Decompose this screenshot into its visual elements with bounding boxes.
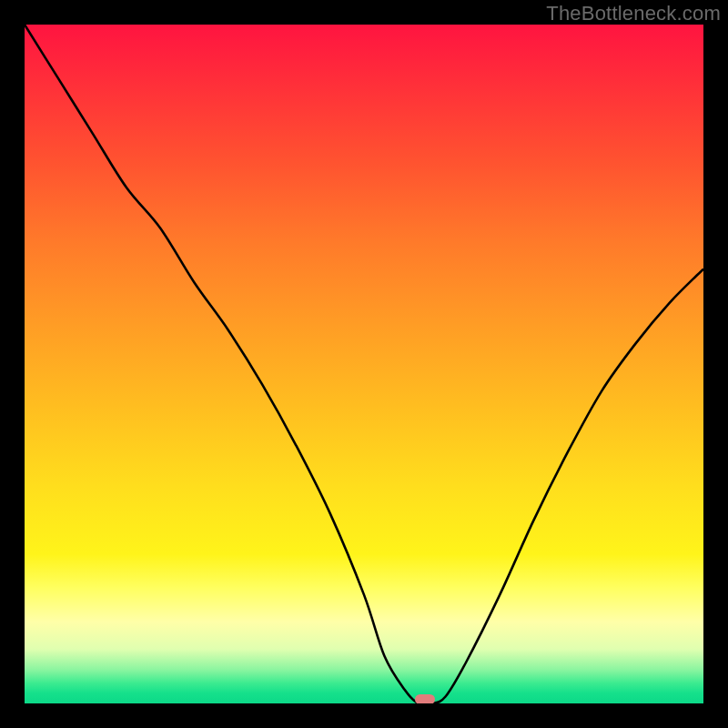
bottleneck-curve	[25, 25, 703, 703]
curve-path	[25, 25, 703, 703]
chart-frame: TheBottleneck.com	[0, 0, 728, 728]
minimum-marker	[415, 694, 435, 703]
plot-area	[25, 25, 703, 703]
watermark-label: TheBottleneck.com	[546, 2, 721, 25]
